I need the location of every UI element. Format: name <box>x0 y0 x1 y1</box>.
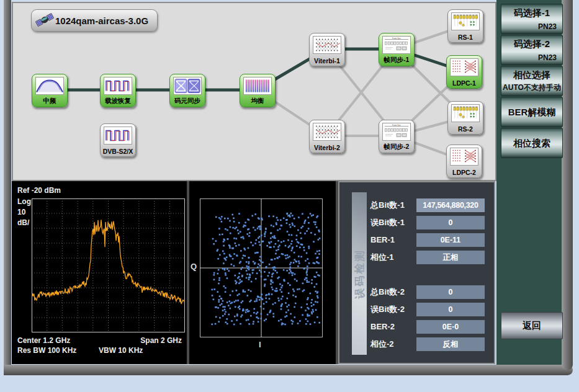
stat-label: BER-1 <box>370 233 395 247</box>
flow-block-label: LDPC-2 <box>447 169 482 176</box>
constellation-q-label: Q <box>191 262 197 271</box>
flow-block-if[interactable]: 中频 <box>32 74 68 107</box>
constellation-plot <box>200 198 323 337</box>
flow-block-rs1[interactable]: RS-1 <box>447 9 483 43</box>
signal-title-label: 1024qam-aircas-3.0G <box>55 16 148 26</box>
sidebar-button-sublabel: PN23 <box>538 22 557 31</box>
bottom-region: Ref -20 dBm Log 10 dB/ Center 1.2 GHz Sp… <box>12 181 495 364</box>
flow-block-label: 载波恢复 <box>101 97 135 105</box>
sidebar-button-code-select-2[interactable]: 码选择-2PN23 <box>501 35 563 65</box>
flow-block-frame2[interactable]: Frame Sync帧同步-2 <box>379 120 415 153</box>
stat-value: 0E-0 <box>416 320 485 334</box>
flow-block-eq[interactable]: 均衡 <box>240 74 276 107</box>
spectrum-log-label: Log <box>17 197 31 206</box>
stat-value: 0 <box>416 285 485 299</box>
ber-stats-panel: 误码检测 总Bit数-1147,564,880,320误Bit数-10BER-1… <box>338 181 495 364</box>
stat-value: 0 <box>416 303 485 316</box>
sidebar-button-label: BER解模糊 <box>501 106 562 118</box>
sidebar-button-ber-deambiguity[interactable]: BER解模糊 <box>501 97 563 127</box>
spectrum-span-label: Span 2 GHz <box>140 336 182 345</box>
squarewave-icon <box>104 127 132 145</box>
svg-text:Frame Sync: Frame Sync <box>392 124 402 127</box>
stat-row: 误Bit数-20 <box>339 303 494 316</box>
stat-label: 相位-2 <box>370 337 394 351</box>
stat-row: BER-10E-11 <box>339 233 494 247</box>
constellation-i-label: I <box>259 340 261 349</box>
flow-block-symbol[interactable]: 码元同步 <box>169 74 205 107</box>
flow-block-label: 码元同步 <box>170 97 205 105</box>
spectrum-rbw-label: Res BW 100 KHz <box>17 346 76 355</box>
flow-block-label: 帧同步-1 <box>379 56 414 65</box>
flow-block-frame1[interactable]: Frame Sync帧同步-1 <box>379 33 415 66</box>
constellation-panel: Q I <box>189 181 336 364</box>
stat-row: BER-20E-0 <box>339 320 494 334</box>
stat-label: 相位-1 <box>370 251 394 264</box>
flow-block-label: 帧同步-2 <box>379 143 414 151</box>
flow-block-carrier[interactable]: 载波恢复 <box>100 74 136 107</box>
stat-row: 总Bit数-20 <box>339 285 494 299</box>
flow-block-label: DVB-S2/X <box>101 148 135 155</box>
equalizer-icon <box>243 77 272 95</box>
stat-row: 相位-1正相 <box>339 251 494 264</box>
rs-icon <box>451 12 480 30</box>
sidebar-button-phase-select[interactable]: 相位选择AUTO不支持手动 <box>501 66 563 96</box>
flow-block-label: 中频 <box>32 97 67 105</box>
stat-label: BER-2 <box>370 320 395 334</box>
back-button[interactable]: 返回 <box>501 312 563 339</box>
stat-row: 总Bit数-1147,564,880,320 <box>339 198 494 212</box>
sidebar-button-phase-search[interactable]: 相位搜索 <box>501 128 563 158</box>
spectrum-plot <box>32 198 185 332</box>
window-frame-left <box>4 0 11 375</box>
trellis-icon <box>313 123 341 141</box>
stat-row: 误Bit数-10 <box>339 216 494 229</box>
stat-label: 总Bit数-1 <box>370 198 405 212</box>
sidebar-button-label: 相位搜索 <box>501 137 562 149</box>
flow-block-rs2[interactable]: RS-2 <box>447 101 483 135</box>
back-button-label: 返回 <box>523 320 541 332</box>
flow-block-label: RS-1 <box>448 33 483 41</box>
spectrum-panel: Ref -20 dBm Log 10 dB/ Center 1.2 GHz Sp… <box>12 181 187 364</box>
spectrum-scale-label: 10 <box>17 208 25 216</box>
flow-block-label: LDPC-1 <box>447 79 482 87</box>
stat-value: 正相 <box>416 251 485 264</box>
flow-block-label: Viterbi-2 <box>310 144 344 151</box>
stat-value: 0E-11 <box>416 233 485 247</box>
sidebar-button-label: 相位选择 <box>501 69 562 81</box>
flow-diagram-panel: 中频载波恢复码元同步均衡DVB-S2/XViterbi-1Viterbi-2Fr… <box>12 2 496 181</box>
stat-value: 0 <box>416 216 485 229</box>
ldpc-icon <box>450 148 478 166</box>
demodulator-app: { "window": { "title": "1024qam-aircas-3… <box>0 0 579 392</box>
stat-row: 相位-2反相 <box>339 337 494 351</box>
svg-text:Frame Sync: Frame Sync <box>392 37 402 40</box>
stat-label: 误Bit数-2 <box>370 303 405 316</box>
spectrum-vbw-label: VBW 10 KHz <box>99 346 143 355</box>
signal-title-button[interactable]: 1024qam-aircas-3.0G <box>31 9 158 32</box>
flow-block-label: Viterbi-1 <box>310 57 344 65</box>
flow-block-label: RS-2 <box>448 125 483 133</box>
window-frame-right <box>562 0 573 370</box>
flow-block-viterbi2[interactable]: Viterbi-2 <box>309 120 345 153</box>
stat-value: 147,564,880,320 <box>416 198 485 212</box>
flow-block-ldpc2[interactable]: LDPC-2 <box>446 145 482 178</box>
sidebar-button-code-select-1[interactable]: 码选择-1PN23 <box>501 4 563 34</box>
rs-icon <box>451 104 480 122</box>
flow-block-label: 均衡 <box>240 97 275 105</box>
flow-block-viterbi1[interactable]: Viterbi-1 <box>309 33 345 66</box>
stat-label: 误Bit数-1 <box>370 216 405 229</box>
flow-block-ldpc1[interactable]: LDPC-1 <box>446 55 482 89</box>
sidebar-button-label: 码选择-2 <box>501 38 562 50</box>
ldpc-icon <box>450 58 478 76</box>
sidebar: 码选择-1PN23码选择-2PN23相位选择AUTO不支持手动BER解模糊相位搜… <box>496 0 562 365</box>
stat-value: 反相 <box>416 337 485 351</box>
squarewave-icon <box>104 77 132 95</box>
stat-label: 总Bit数-2 <box>370 285 405 299</box>
window-frame-bottom <box>4 365 573 375</box>
sidebar-button-sublabel: AUTO不支持手动 <box>501 82 562 93</box>
satellite-icon <box>35 11 54 31</box>
trellis-icon <box>313 36 341 54</box>
spectrum-db-label: dB/ <box>17 218 29 227</box>
sidebar-button-sublabel: PN23 <box>538 53 557 62</box>
flow-block-dvb[interactable]: DVB-S2/X <box>100 123 136 157</box>
spectrum-ref-label: Ref -20 dBm <box>17 186 61 195</box>
sidebar-button-label: 码选择-1 <box>501 7 562 19</box>
